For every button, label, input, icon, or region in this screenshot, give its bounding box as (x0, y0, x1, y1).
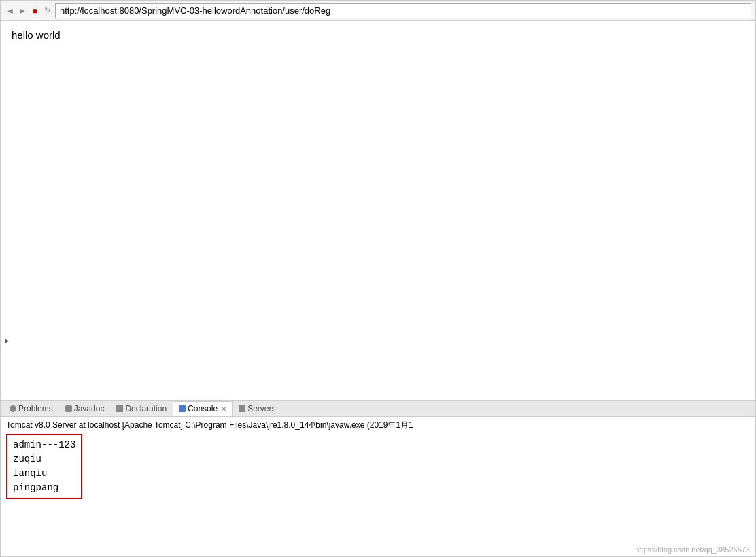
bottom-panel: Problems Javadoc Declaration Console ✕ (1, 400, 755, 556)
tab-servers-label: Servers (247, 404, 275, 413)
refresh-button[interactable]: ↻ (41, 5, 52, 16)
console-header: Tomcat v8.0 Server at localhost [Apache … (6, 420, 750, 431)
tab-javadoc[interactable]: Javadoc (59, 401, 111, 416)
nav-buttons: ◀ ▶ ■ ↻ (5, 5, 52, 16)
problems-icon (10, 405, 16, 412)
console-line-2: zuqiu (13, 452, 75, 467)
declaration-icon (116, 405, 123, 412)
tab-declaration[interactable]: Declaration (110, 401, 173, 416)
tab-console-label: Console (188, 404, 218, 413)
tab-problems-label: Problems (18, 404, 53, 413)
console-line-4: pingpang (13, 481, 75, 495)
servers-icon (239, 405, 245, 412)
tabs-bar: Problems Javadoc Declaration Console ✕ (1, 401, 755, 417)
console-area: Tomcat v8.0 Server at localhost [Apache … (1, 417, 755, 556)
address-bar: ◀ ▶ ■ ↻ (1, 1, 755, 21)
tab-console[interactable]: Console ✕ (173, 401, 233, 416)
watermark: https://blog.csdn.net/qq_38526573 (635, 545, 750, 554)
forward-button[interactable]: ▶ (17, 5, 28, 16)
console-output-box: admin---123 zuqiu lanqiu pingpang (6, 434, 82, 499)
tab-servers[interactable]: Servers (233, 401, 281, 416)
console-icon (179, 405, 186, 412)
back-button[interactable]: ◀ (5, 5, 16, 16)
browser-window: ◀ ▶ ■ ↻ hello world ▸ Problems Javadoc (0, 0, 756, 557)
tab-problems[interactable]: Problems (3, 401, 59, 416)
stop-button[interactable]: ■ (29, 5, 40, 16)
hello-world-text: hello world (12, 29, 744, 41)
url-input[interactable] (55, 3, 751, 18)
tab-declaration-label: Declaration (125, 404, 167, 413)
console-line-1: admin---123 (13, 438, 75, 452)
javadoc-icon (65, 405, 72, 412)
webpage-area: hello world ▸ (1, 21, 755, 400)
console-line-3: lanqiu (13, 467, 75, 481)
tab-javadoc-label: Javadoc (74, 404, 105, 413)
left-marker: ▸ (5, 335, 10, 345)
console-tab-close[interactable]: ✕ (221, 405, 226, 413)
browser-content: hello world ▸ Problems Javadoc Declarati… (1, 21, 755, 556)
